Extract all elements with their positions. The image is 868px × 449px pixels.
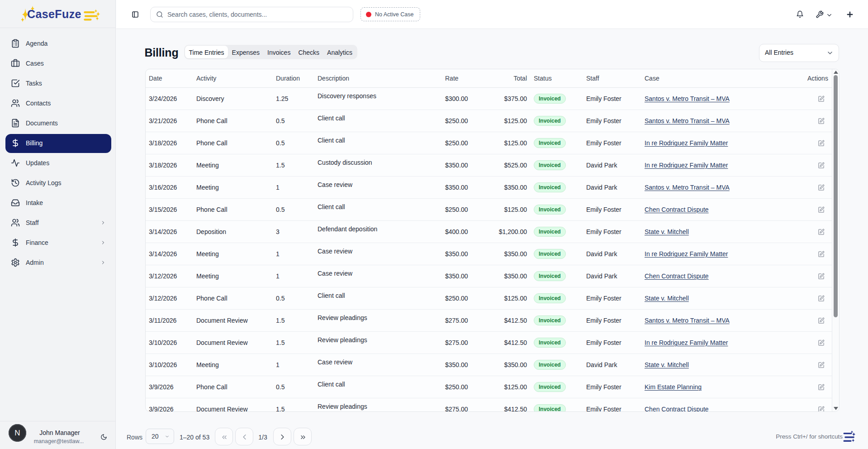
svg-text:CaseFuze: CaseFuze [27, 8, 81, 20]
